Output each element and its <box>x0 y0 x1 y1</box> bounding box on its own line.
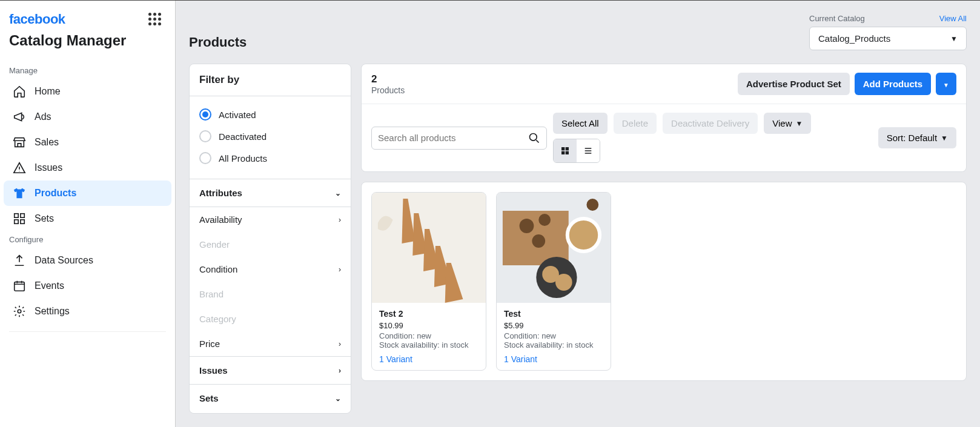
chevron-down-icon: ⌄ <box>335 394 341 403</box>
svg-rect-10 <box>566 151 569 154</box>
product-thumbnail <box>372 193 486 303</box>
chevron-down-icon: ▼ <box>943 82 949 88</box>
sort-label: Sort: Default <box>887 133 937 143</box>
sidebar-item-label: Sales <box>35 137 59 148</box>
chevron-down-icon: ⌄ <box>335 189 341 197</box>
main: Products Current Catalog View All Catalo… <box>176 1 980 427</box>
sidebar-item-ads[interactable]: Ads <box>4 104 171 130</box>
list-view-button[interactable] <box>577 139 600 162</box>
attribute-label: Availability <box>199 214 242 225</box>
add-products-button[interactable]: Add Products <box>855 73 931 95</box>
delete-button: Delete <box>614 113 657 134</box>
search-input-wrap[interactable] <box>371 127 547 150</box>
chevron-down-icon: ▼ <box>796 119 803 128</box>
products-panel: 2 Products Advertise Product Set Add Pro… <box>361 64 967 414</box>
app-title: Catalog Manager <box>0 27 175 62</box>
store-icon <box>13 136 26 149</box>
svg-point-27 <box>586 199 598 211</box>
svg-point-25 <box>538 214 551 226</box>
product-variant-link[interactable]: 1 Variant <box>504 354 603 364</box>
svg-point-26 <box>532 234 545 248</box>
upload-icon <box>13 254 26 267</box>
chevron-down-icon: ▼ <box>941 134 948 142</box>
add-products-menu-button[interactable]: ▼ <box>936 73 956 95</box>
sidebar-item-data-sources[interactable]: Data Sources <box>4 248 171 273</box>
products-grid-card: Test 2 $10.99 Condition: new Stock avail… <box>361 182 967 381</box>
svg-point-5 <box>18 309 21 313</box>
radio-icon <box>199 130 211 142</box>
attribute-gender: Gender <box>190 232 351 257</box>
svg-point-20 <box>569 220 598 250</box>
apps-icon[interactable] <box>148 13 162 26</box>
attribute-brand: Brand <box>190 282 351 306</box>
sort-dropdown[interactable]: Sort: Default▼ <box>878 127 956 148</box>
product-thumbnail <box>497 193 611 303</box>
attribute-price[interactable]: Price › <box>190 331 351 357</box>
radio-label: Activated <box>219 110 256 120</box>
search-input[interactable] <box>378 133 528 143</box>
product-name: Test 2 <box>379 309 478 319</box>
svg-rect-9 <box>561 151 564 154</box>
catalog-select[interactable]: Catalog_Products ▼ <box>809 27 967 50</box>
sets-title: Sets <box>199 393 219 403</box>
svg-rect-4 <box>15 282 25 291</box>
sidebar-item-label: Data Sources <box>35 255 93 266</box>
sets-header[interactable]: Sets ⌄ <box>190 385 351 412</box>
facebook-logo: facebook <box>9 12 65 27</box>
issues-title: Issues <box>199 365 228 376</box>
product-card[interactable]: Test $5.99 Condition: new Stock availabi… <box>496 192 611 371</box>
attribute-condition[interactable]: Condition › <box>190 257 351 282</box>
sidebar-item-sales[interactable]: Sales <box>4 130 171 155</box>
grid-icon <box>560 146 570 156</box>
sidebar-item-settings[interactable]: Settings <box>4 299 171 324</box>
attribute-category: Category <box>190 306 351 331</box>
sidebar-item-label: Home <box>35 86 61 97</box>
catalog-selected-value: Catalog_Products <box>818 33 890 44</box>
view-dropdown[interactable]: View▼ <box>764 113 811 134</box>
sets-icon <box>13 212 26 225</box>
current-catalog-label: Current Catalog <box>809 14 865 23</box>
home-icon <box>13 85 26 98</box>
shirt-icon <box>13 187 26 200</box>
products-count-label: Products <box>371 85 405 95</box>
sidebar-item-label: Ads <box>35 111 51 122</box>
filter-radio-deactivated[interactable]: Deactivated <box>199 125 341 147</box>
attributes-header[interactable]: Attributes ⌄ <box>190 179 351 207</box>
sidebar-item-sets[interactable]: Sets <box>4 206 171 231</box>
gear-icon <box>13 305 26 318</box>
product-name: Test <box>504 309 603 319</box>
svg-point-24 <box>520 219 534 233</box>
product-stock: Stock availability: in stock <box>379 340 478 349</box>
chevron-down-icon: ▼ <box>950 35 958 43</box>
attribute-availability[interactable]: Availability › <box>190 207 351 232</box>
product-price: $5.99 <box>504 321 603 330</box>
sidebar: facebook Catalog Manager Manage Home Ads… <box>0 1 176 427</box>
list-icon <box>583 146 593 156</box>
sidebar-item-events[interactable]: Events <box>4 273 171 299</box>
filter-panel: Filter by Activated Deactivated All Prod… <box>189 64 351 414</box>
warning-icon <box>13 161 26 174</box>
grid-view-button[interactable] <box>554 139 577 162</box>
sidebar-item-label: Settings <box>35 306 70 317</box>
search-icon <box>528 132 540 144</box>
attribute-label: Gender <box>199 239 230 250</box>
sidebar-item-home[interactable]: Home <box>4 79 171 104</box>
filter-radio-all[interactable]: All Products <box>199 147 341 169</box>
chevron-right-icon: › <box>339 265 341 274</box>
product-card[interactable]: Test 2 $10.99 Condition: new Stock avail… <box>371 192 486 371</box>
megaphone-icon <box>13 110 26 124</box>
attributes-title: Attributes <box>199 188 242 198</box>
sidebar-item-issues[interactable]: Issues <box>4 155 171 180</box>
advertise-button[interactable]: Advertise Product Set <box>738 73 850 95</box>
chevron-right-icon: › <box>339 366 341 375</box>
sidebar-item-label: Events <box>35 280 64 291</box>
chevron-right-icon: › <box>339 216 341 224</box>
product-variant-link[interactable]: 1 Variant <box>379 354 478 364</box>
radio-icon <box>199 152 211 164</box>
view-all-link[interactable]: View All <box>939 14 967 23</box>
select-all-button[interactable]: Select All <box>553 113 608 134</box>
product-condition: Condition: new <box>504 331 603 340</box>
filter-radio-activated[interactable]: Activated <box>199 104 341 125</box>
issues-header[interactable]: Issues › <box>190 357 351 385</box>
sidebar-item-products[interactable]: Products <box>4 180 171 206</box>
